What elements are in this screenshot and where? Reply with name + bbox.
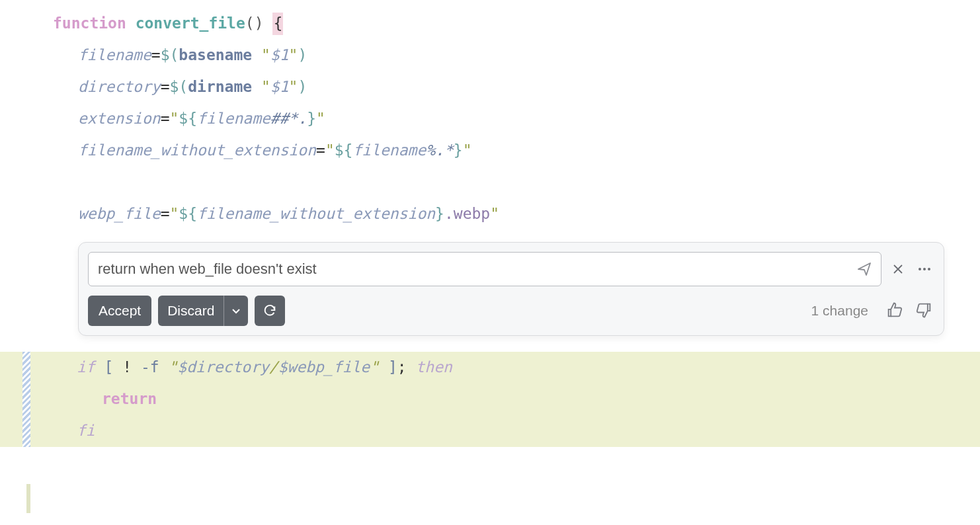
- diff-line: if [ ! -f "$directory/$webp_file" ]; the…: [0, 352, 980, 384]
- param-suffix: ##*.: [270, 108, 307, 130]
- arg: $1: [270, 44, 289, 66]
- keyword-function: function: [53, 13, 126, 34]
- inline-chat-input-wrap[interactable]: [88, 252, 881, 286]
- code-line: filename=$(basename "$1"): [0, 40, 980, 71]
- discard-button[interactable]: Discard: [158, 296, 248, 326]
- code-editor[interactable]: function convert_file() { filename=$(bas…: [0, 0, 980, 230]
- feedback-icons: [885, 301, 934, 321]
- equals: =: [151, 44, 161, 66]
- param-exp-close: }: [435, 203, 444, 225]
- slash: /: [269, 356, 278, 378]
- equals: =: [316, 140, 325, 161]
- code-line: extension="${filename##*.}": [0, 103, 980, 135]
- cmd-basename: basename: [179, 44, 252, 66]
- svg-point-2: [919, 268, 921, 270]
- quote: ": [325, 140, 335, 161]
- inline-chat-panel: Accept Discard 1 change: [78, 242, 944, 336]
- accept-button[interactable]: Accept: [88, 296, 151, 326]
- param-inner: filename: [352, 140, 426, 161]
- quote: ": [261, 44, 270, 66]
- param-exp-close: }: [307, 108, 316, 130]
- refresh-icon: [263, 303, 277, 318]
- parens: (): [245, 13, 264, 34]
- equals: =: [161, 203, 170, 225]
- svg-point-3: [923, 268, 926, 270]
- cmd-subst-close: ): [298, 44, 307, 66]
- quote: ": [169, 108, 179, 130]
- code-line: webp_file="${filename_without_extension}…: [0, 198, 980, 230]
- param-suffix: %.*: [426, 140, 454, 161]
- thumbs-up-icon[interactable]: [885, 301, 905, 321]
- quote: ": [463, 140, 472, 161]
- equals: =: [161, 108, 170, 130]
- cmd-subst-open: $(: [161, 44, 179, 66]
- cmd-subst-open: $(: [169, 76, 188, 98]
- diff-suggestion: if [ ! -f "$directory/$webp_file" ]; the…: [0, 352, 980, 447]
- literal-webp: .webp: [444, 203, 490, 225]
- diff-line: return: [0, 384, 980, 415]
- cursor-indicator: [26, 484, 30, 513]
- diff-line: fi: [0, 415, 980, 447]
- function-name: convert_file: [136, 13, 245, 34]
- close-icon[interactable]: [888, 259, 908, 279]
- discard-label: Discard: [158, 296, 224, 326]
- svg-point-4: [928, 268, 930, 270]
- regenerate-button[interactable]: [255, 296, 285, 326]
- quote: ": [490, 203, 499, 225]
- thumbs-down-icon[interactable]: [915, 301, 934, 321]
- var-webp: $webp_file: [278, 356, 370, 378]
- keyword-if: if: [77, 356, 95, 378]
- bang: !: [122, 356, 132, 378]
- quote: ": [289, 44, 298, 66]
- semicolon: ;: [397, 356, 407, 378]
- inline-chat-action-row: Accept Discard 1 change: [88, 296, 934, 326]
- change-count: 1 change: [811, 301, 868, 321]
- var-directory: $directory: [177, 356, 268, 378]
- param-exp-open: ${: [335, 140, 353, 161]
- more-icon[interactable]: [915, 259, 934, 279]
- param-exp-close: }: [454, 140, 463, 161]
- arg: $1: [270, 76, 289, 98]
- test-close: ]: [379, 356, 397, 378]
- test-open: [: [95, 356, 123, 378]
- code-line: filename_without_extension="${filename%.…: [0, 135, 980, 167]
- cmd-subst-close: ): [298, 76, 307, 98]
- var-webp: webp_file: [78, 203, 161, 225]
- quote: ": [169, 203, 179, 225]
- param-exp-open: ${: [179, 108, 197, 130]
- quote: ": [289, 76, 298, 98]
- quote: ": [261, 76, 270, 98]
- blank-line: [0, 167, 980, 198]
- param-inner: filename: [197, 108, 270, 130]
- equals: =: [161, 76, 170, 98]
- var-extension: extension: [78, 108, 161, 130]
- var-directory: directory: [78, 76, 161, 98]
- code-line: function convert_file() {: [0, 8, 980, 40]
- quote: ": [316, 108, 325, 130]
- code-line: directory=$(dirname "$1"): [0, 71, 980, 103]
- quote: ": [370, 356, 379, 378]
- flag-f: -f: [132, 356, 168, 378]
- keyword-fi: fi: [77, 420, 95, 442]
- quote: ": [169, 356, 178, 378]
- inline-chat-input[interactable]: [97, 260, 856, 278]
- chevron-down-icon[interactable]: [224, 305, 248, 316]
- param-exp-open: ${: [179, 203, 197, 225]
- param-inner: filename_without_extension: [197, 203, 435, 225]
- keyword-return: return: [102, 388, 157, 410]
- brace-open: {: [272, 13, 283, 34]
- var-filename: filename: [78, 44, 151, 66]
- send-icon[interactable]: [856, 261, 873, 278]
- keyword-then: then: [407, 356, 452, 378]
- inline-chat-input-row: [88, 252, 934, 286]
- cmd-dirname: dirname: [188, 76, 252, 98]
- diff-gutter-indicator: [22, 352, 30, 447]
- var-fwe: filename_without_extension: [78, 140, 316, 161]
